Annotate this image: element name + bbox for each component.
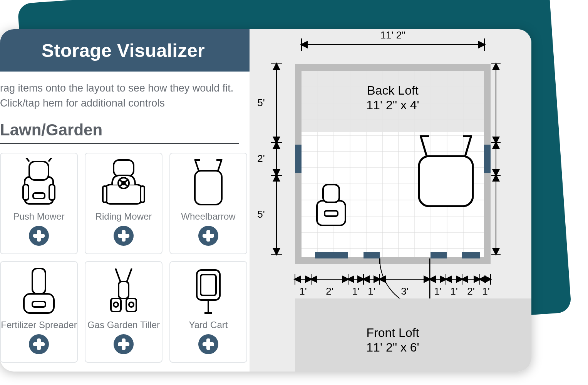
back-loft-size: 11' 2" x 4' <box>366 98 419 112</box>
svg-rect-25 <box>119 282 129 298</box>
svg-text:5': 5' <box>257 97 265 108</box>
back-loft-title: Back Loft <box>367 83 419 97</box>
front-loft-title: Front Loft <box>367 326 419 340</box>
svg-text:5': 5' <box>257 208 265 220</box>
svg-rect-80 <box>325 211 338 216</box>
svg-rect-31 <box>201 275 216 295</box>
add-button[interactable] <box>198 226 218 246</box>
storage-visualizer-card: Storage Visualizer rag items onto the la… <box>0 29 531 372</box>
svg-rect-2 <box>23 185 28 200</box>
riding-mower-icon <box>87 156 160 210</box>
left-dimensions: 5' 2' 5' <box>257 64 282 254</box>
door-segment <box>431 252 447 258</box>
item-label: Push Mower <box>13 211 64 222</box>
door-segment <box>462 252 480 258</box>
item-wheelbarrow[interactable]: Wheelbarrow <box>169 153 247 254</box>
svg-line-17 <box>218 159 222 171</box>
svg-line-5 <box>26 158 29 162</box>
instruction-text: rag items onto the layout to see how the… <box>0 72 250 114</box>
svg-rect-79 <box>323 185 339 202</box>
gas-garden-tiller-icon <box>87 264 160 318</box>
svg-point-28 <box>114 302 118 307</box>
svg-line-24 <box>126 268 132 283</box>
svg-rect-8 <box>114 160 134 176</box>
item-label: Gas Garden Tiller <box>87 320 160 330</box>
svg-rect-20 <box>32 268 45 294</box>
svg-text:1': 1' <box>434 285 441 297</box>
bottom-dimensions: 1' 2' 1' 1' 3' 1' 1' 2' 1' <box>295 274 491 297</box>
add-button[interactable] <box>114 334 134 354</box>
svg-text:1': 1' <box>299 285 307 297</box>
push-mower-icon <box>2 156 75 210</box>
svg-point-29 <box>129 302 134 307</box>
svg-rect-3 <box>49 185 55 200</box>
item-label: Fertilizer Spreader <box>1 320 77 330</box>
svg-text:1': 1' <box>450 285 457 297</box>
yard-cart-icon <box>172 264 245 318</box>
item-label: Yard Cart <box>189 320 228 330</box>
header-bar: Storage Visualizer <box>0 29 250 72</box>
svg-rect-1 <box>29 162 49 180</box>
svg-text:2': 2' <box>257 153 265 164</box>
fertilizer-spreader-icon <box>2 264 75 318</box>
svg-line-16 <box>195 159 199 171</box>
svg-text:2': 2' <box>467 285 474 297</box>
add-button[interactable] <box>198 334 218 354</box>
add-button[interactable] <box>29 334 49 354</box>
window-left <box>295 145 302 173</box>
svg-text:2': 2' <box>326 285 333 297</box>
front-loft-size: 11' 2" x 6' <box>366 340 419 354</box>
dim-width: 11' 2" <box>380 29 405 41</box>
item-label: Wheelbarrow <box>181 211 235 222</box>
section-title: Lawn/Garden <box>0 114 239 144</box>
door-segment <box>315 252 348 258</box>
wheelbarrow-icon <box>172 156 245 210</box>
svg-rect-13 <box>103 186 107 202</box>
floor-plan-panel[interactable]: 11' 2" 5' 2' 5' <box>250 29 531 372</box>
svg-text:1': 1' <box>368 285 375 297</box>
item-gas-garden-tiller[interactable]: Gas Garden Tiller <box>85 261 162 363</box>
svg-rect-14 <box>141 186 144 202</box>
svg-rect-81 <box>419 156 473 206</box>
svg-rect-22 <box>32 302 45 307</box>
items-grid: Push Mower <box>0 144 250 363</box>
app-title: Storage Visualizer <box>42 40 205 61</box>
svg-text:3': 3' <box>401 285 408 297</box>
item-label: Riding Mower <box>95 211 152 222</box>
svg-rect-15 <box>195 171 222 205</box>
svg-text:1': 1' <box>482 285 489 297</box>
item-push-mower[interactable]: Push Mower <box>0 153 78 254</box>
left-panel: Storage Visualizer rag items onto the la… <box>0 29 250 372</box>
add-button[interactable] <box>29 226 49 246</box>
item-yard-cart[interactable]: Yard Cart <box>169 261 247 363</box>
svg-line-23 <box>116 268 121 283</box>
svg-line-6 <box>49 158 52 162</box>
door-segment <box>364 252 380 258</box>
add-button[interactable] <box>114 226 134 246</box>
svg-text:1': 1' <box>352 285 359 297</box>
window-right <box>484 145 491 173</box>
item-fertilizer-spreader[interactable]: Fertilizer Spreader <box>0 261 78 363</box>
svg-rect-4 <box>33 193 45 198</box>
floor-plan-svg: 11' 2" 5' 2' 5' <box>250 29 531 372</box>
item-riding-mower[interactable]: Riding Mower <box>85 153 162 254</box>
